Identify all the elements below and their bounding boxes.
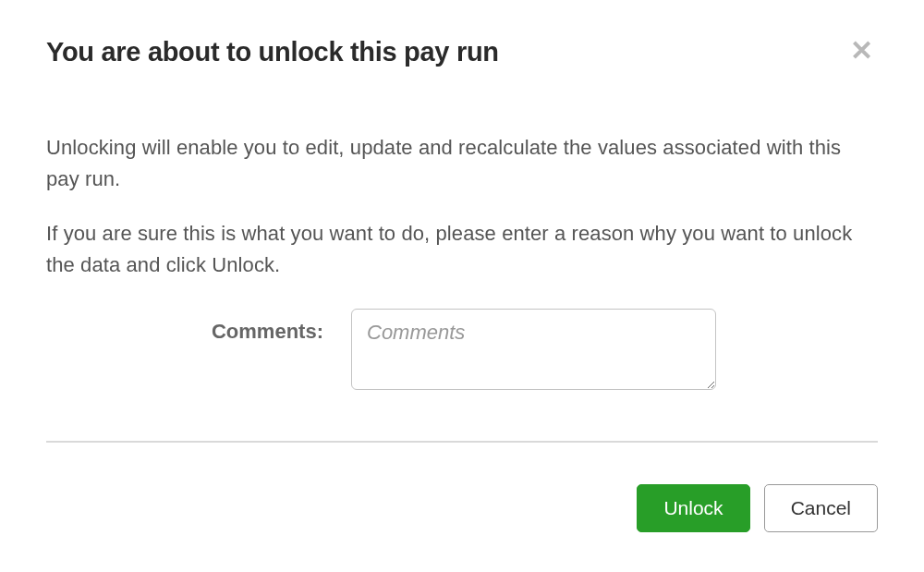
unlock-instruction-text: If you are sure this is what you want to… [46,218,878,281]
close-icon[interactable]: ✕ [845,37,878,65]
modal-header: You are about to unlock this pay run ✕ [46,37,878,67]
unlock-description-text: Unlocking will enable you to edit, updat… [46,132,878,195]
unlock-button[interactable]: Unlock [637,484,749,532]
comments-form-row: Comments: [46,309,878,390]
modal-footer: Unlock Cancel [46,441,878,532]
comments-input[interactable] [351,309,716,390]
cancel-button[interactable]: Cancel [764,484,878,532]
comments-label: Comments: [46,309,323,344]
modal-title: You are about to unlock this pay run [46,37,499,67]
modal-body: Unlocking will enable you to edit, updat… [46,132,878,390]
